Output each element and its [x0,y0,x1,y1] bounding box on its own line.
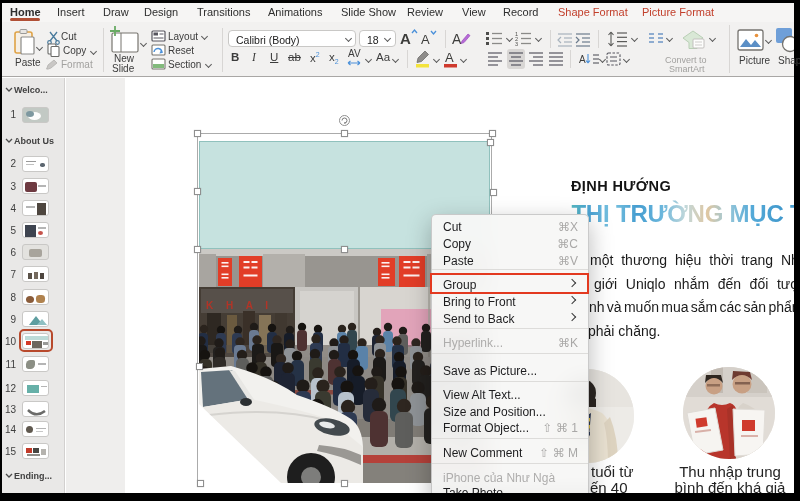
svg-text:THỊ TRƯỜNG MỤC TIÊU: THỊ TRƯỜNG MỤC TIÊU [571,200,794,227]
svg-text:A: A [400,30,411,47]
svg-text:A: A [421,32,430,47]
svg-text:A: A [452,31,462,47]
svg-text:A: A [445,50,454,65]
svg-text:3: 3 [515,41,518,47]
svg-text:K H A I: K H A I [206,300,273,311]
svg-text:A: A [579,54,586,65]
